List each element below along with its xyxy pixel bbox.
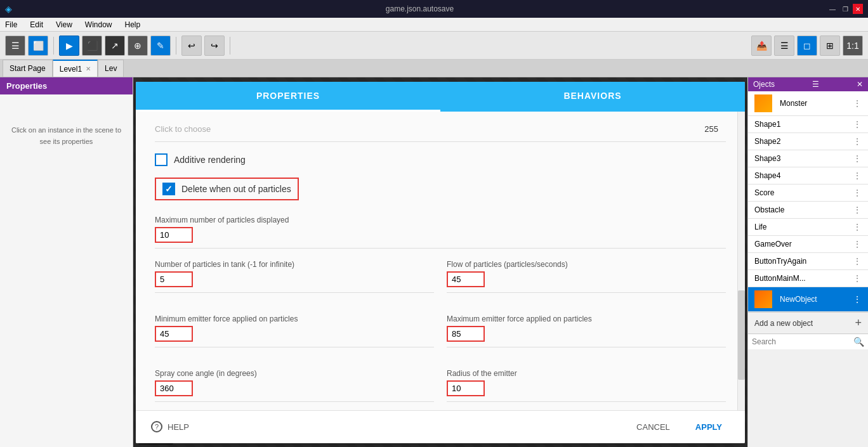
canvas-area[interactable]: -192,908 PROPERTIES BEHAVIORS Click to c… [133,77,747,447]
scene-icon[interactable]: ⬜ [28,36,48,56]
max-particles-label: Maximum number of particles displayed [155,216,726,224]
monster-menu-icon[interactable]: ⋮ [853,98,862,108]
delete-when-highlight-box: ✓ Delete when out of particles [155,178,299,200]
window-title: game.json.autosave [12,4,827,13]
tab-level1-close[interactable]: ✕ [86,65,91,72]
flow-particles-label: Flow of particles (particles/seconds) [447,260,726,269]
toolbar-sep-3 [230,37,230,55]
redo-icon[interactable]: ↪ [204,36,225,56]
shape4-menu-icon[interactable]: ⋮ [853,171,862,181]
object-item-buttontryagain[interactable]: ButtonTryAgain ⋮ [748,253,868,270]
menu-window[interactable]: Window [82,20,115,29]
object-item-shape4[interactable]: Shape4 ⋮ [748,167,868,185]
help-button[interactable]: ? HELP [151,421,189,432]
radius-input[interactable] [447,380,485,396]
export-icon[interactable]: 📤 [751,36,772,56]
tank-particles-col: Number of particles in tank (-1 for infi… [155,260,434,303]
menu-view[interactable]: View [53,20,75,29]
tab-level1[interactable]: Level1 ✕ [53,60,98,77]
title-bar-controls[interactable]: — ❐ ✕ [827,4,863,14]
max-force-col: Maximum emitter force applied on particl… [447,314,726,358]
object-item-shape2[interactable]: Shape2 ⋮ [748,133,868,150]
object-item-newobject[interactable]: NewObject ⋮ [748,287,868,312]
newobject-menu-icon[interactable]: ⋮ [853,294,862,304]
right-sidebar-header: Ojects ☰ ✕ [748,77,868,91]
add-object-label: Add a new object [754,319,813,328]
life-menu-icon[interactable]: ⋮ [853,222,862,232]
play-icon[interactable]: ▶ [59,36,79,56]
apply-button[interactable]: APPLY [688,418,730,436]
shape3-menu-icon[interactable]: ⋮ [853,153,862,164]
object-item-life[interactable]: Life ⋮ [748,219,868,236]
right-sidebar-filter-icon[interactable]: ☰ [812,80,819,89]
properties-hint: Click on an instance in the scene to see… [0,120,133,447]
max-particles-row: Maximum number of particles displayed [155,216,726,249]
minimize-button[interactable]: — [827,4,838,14]
menu-file[interactable]: File [3,20,20,29]
tank-particles-input[interactable] [155,271,193,287]
object-item-buttonmainm[interactable]: ButtonMainM... ⋮ [748,270,868,287]
undo-icon[interactable]: ↩ [181,36,202,56]
add-object-button[interactable]: + [855,316,862,330]
min-force-input[interactable] [155,326,193,342]
additive-rendering-checkbox[interactable] [155,153,168,166]
flow-particles-input[interactable] [447,271,485,287]
preview-icon[interactable]: ⬛ [82,36,102,56]
max-force-input[interactable] [447,326,485,342]
network-icon[interactable]: ⊕ [128,36,148,56]
objects-list: Monster ⋮ Shape1 ⋮ Shape2 ⋮ Shape3 ⋮ Sha… [748,91,868,312]
search-icon[interactable]: 🔍 [853,337,864,347]
toolbar-sep-2 [176,37,176,55]
app-icon: ◈ [5,4,12,14]
objects-icon[interactable]: ◻ [797,36,817,56]
buttonmainm-menu-icon[interactable]: ⋮ [853,273,862,283]
title-bar-left: ◈ [5,4,12,14]
modal-tab-properties[interactable]: PROPERTIES [136,82,440,112]
tab-lev[interactable]: Lev [98,60,124,77]
object-item-gameover[interactable]: GameOver ⋮ [748,236,868,253]
tab-start-page[interactable]: Start Page [3,60,53,77]
delete-when-row: ✓ Delete when out of particles [155,178,726,200]
gameover-menu-icon[interactable]: ⋮ [853,239,862,249]
modal-footer-right: CANCEL APPLY [629,418,730,436]
spray-angle-input[interactable] [155,380,193,396]
right-sidebar-close-icon[interactable]: ✕ [857,80,863,89]
radius-col: Radius of the emitter [447,369,726,410]
score-menu-icon[interactable]: ⋮ [853,188,862,198]
modal-body: Click to choose 255 Additive rendering [136,112,745,410]
shape2-menu-icon[interactable]: ⋮ [853,136,862,146]
buttontryagain-menu-icon[interactable]: ⋮ [853,256,862,266]
top-field-placeholder[interactable]: Click to choose [155,124,211,134]
flow-particles-col: Flow of particles (particles/seconds) [447,260,726,303]
toggle-events-icon[interactable]: ☰ [5,36,25,56]
toolbar-sep-1 [53,37,54,55]
external-preview-icon[interactable]: ↗ [105,36,125,56]
delete-when-checkbox[interactable]: ✓ [162,183,175,195]
menu-edit[interactable]: Edit [27,20,46,29]
object-item-shape1[interactable]: Shape1 ⋮ [748,116,868,133]
menu-help[interactable]: Help [122,20,143,29]
object-item-monster[interactable]: Monster ⋮ [748,91,868,116]
additive-rendering-row: Additive rendering [155,153,726,166]
edit-icon[interactable]: ✎ [150,36,171,56]
list-icon[interactable]: ☰ [774,36,794,56]
properties-title: Properties [0,77,133,94]
close-button[interactable]: ✕ [853,4,863,14]
zoom-icon[interactable]: 1:1 [843,36,863,56]
top-field-value: 255 [704,124,718,134]
object-item-score[interactable]: Score ⋮ [748,185,868,202]
search-input[interactable] [752,337,851,346]
grid-icon[interactable]: ⊞ [820,36,840,56]
modal-tab-behaviors[interactable]: BEHAVIORS [440,82,745,112]
tab-start-page-label: Start Page [10,64,46,73]
restore-button[interactable]: ❐ [840,4,850,14]
modal-scrollbar-thumb[interactable] [738,290,745,380]
object-item-shape3[interactable]: Shape3 ⋮ [748,150,868,167]
modal-scrollbar[interactable] [737,112,745,410]
object-item-obstacle[interactable]: Obstacle ⋮ [748,202,868,219]
shape1-menu-icon[interactable]: ⋮ [853,119,862,129]
max-particles-input[interactable] [155,227,193,243]
main-layout: Properties Click on an instance in the s… [0,77,868,447]
cancel-button[interactable]: CANCEL [629,418,678,436]
obstacle-menu-icon[interactable]: ⋮ [853,205,862,215]
